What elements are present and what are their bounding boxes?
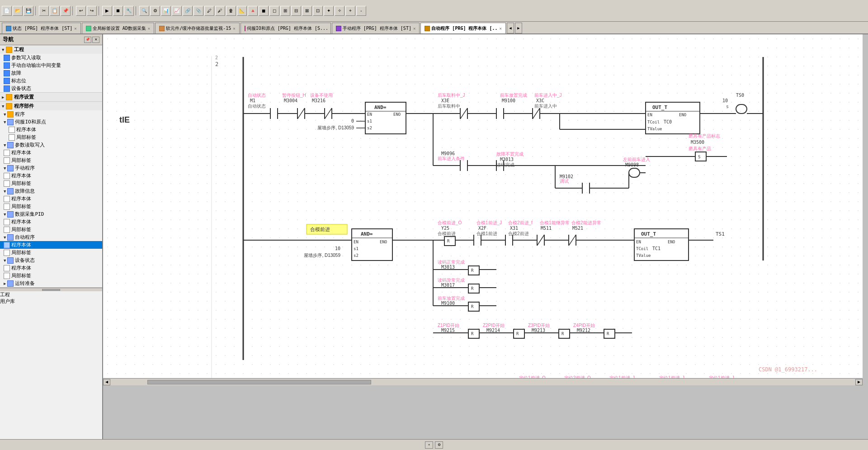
tree-item-param-local[interactable]: 局部标签 xyxy=(0,156,102,164)
toolbar-btn-3[interactable]: 🔗 xyxy=(183,6,193,16)
bottom-tab-userlib[interactable]: 用户库 xyxy=(0,298,102,305)
scroll-left-btn[interactable]: ◀ xyxy=(103,379,110,385)
tab-manual-close[interactable]: ✕ xyxy=(413,26,415,31)
toolbar-btn-paste[interactable]: 📌 xyxy=(61,6,71,16)
toolbar-btn-11[interactable]: ◻ xyxy=(269,6,279,16)
watermark: CSDN @1_6993217... xyxy=(759,366,817,373)
sidebar-add-btn[interactable]: + xyxy=(425,441,433,449)
sidebar-engineering-header[interactable]: ▼ 工程 xyxy=(0,45,102,54)
tree-item-auto-body[interactable]: 程序本体 xyxy=(0,241,102,249)
sidebar-engineering-label: 工程 xyxy=(14,46,24,53)
toolbar-btn-10[interactable]: ◼ xyxy=(259,6,269,16)
toolbar-btn-save[interactable]: 💾 xyxy=(24,6,33,16)
sidebar-program-parts-header[interactable]: ▼ 程序部件 xyxy=(0,102,102,110)
tab-servo-label: 伺服IO和原点 [PRG] 程序本体 [S... xyxy=(247,25,328,32)
tree-item-fault-body[interactable]: 程序本体 xyxy=(0,195,102,203)
tree-item-fault-local[interactable]: 局部标签 xyxy=(0,203,102,210)
toolbar-btn-1[interactable]: 📊 xyxy=(161,6,171,16)
tree-item-data-pid[interactable]: ▼ 数据采集PID xyxy=(0,210,102,218)
tree-item-flag[interactable]: 标志位 xyxy=(0,77,102,85)
toolbar-btn-settings[interactable]: ⚙ xyxy=(150,6,160,16)
toolbar-btn-debug[interactable]: 🔧 xyxy=(124,6,134,16)
tree-item-data-local[interactable]: 局部标签 xyxy=(0,226,102,233)
tree-item-dev-status[interactable]: ▼ 设备状态 xyxy=(0,256,102,264)
toolbar-btn-5[interactable]: 🖊 xyxy=(204,6,214,16)
tab-status-close[interactable]: ✕ xyxy=(74,26,76,31)
toolbar-btn-7[interactable]: 🗑 xyxy=(226,6,236,16)
tree-item-auto-manual[interactable]: 手动自动输出中间变量 xyxy=(0,62,102,69)
tree-item-fault-info[interactable]: ▼ 故障信息 xyxy=(0,187,102,195)
tree-item-programs[interactable]: ▼ 程序 xyxy=(0,110,102,118)
sidebar-gear-btn[interactable]: ⚙ xyxy=(435,441,443,449)
tab-auto-close[interactable]: ✕ xyxy=(500,26,502,31)
bottom-tab-engineering[interactable]: 工程 xyxy=(0,291,102,298)
label-y25-addr: Y25 xyxy=(441,226,449,231)
toolbar-btn-cut[interactable]: ✂ xyxy=(39,6,49,16)
toolbar-btn-copy[interactable]: 📋 xyxy=(50,6,60,16)
sidebar-close-btn[interactable]: ✕ xyxy=(92,37,99,43)
toolbar-btn-17[interactable]: ✧ xyxy=(335,6,344,16)
tab-bar: 状态 [PRG] 程序本体 [ST] ✕ 全局标签设置 AD数据采集 ✕ 软元件… xyxy=(0,22,868,34)
tab-manual[interactable]: 手动程序 [PRG] 程序本体 [ST] ✕ xyxy=(332,23,420,33)
toolbar-btn-2[interactable]: 📈 xyxy=(172,6,182,16)
icon-devst xyxy=(7,257,14,264)
toolbar-btn-18[interactable]: + xyxy=(345,6,355,16)
tab-global-close[interactable]: ✕ xyxy=(148,26,150,31)
tree-item-write-read[interactable]: 参数写入读取 xyxy=(0,54,102,62)
tree-item-devst-local[interactable]: 局部标签 xyxy=(0,272,102,279)
tab-servo-close[interactable]: ✕ xyxy=(330,26,331,31)
toolbar-btn-12[interactable]: ⊞ xyxy=(280,6,290,16)
tree-item-devst-body[interactable]: 程序本体 xyxy=(0,264,102,272)
coil-m9212-r-label: R xyxy=(607,332,609,336)
tab-global[interactable]: 全局标签设置 AD数据采集 ✕ xyxy=(82,23,154,33)
toolbar-btn-new[interactable]: 📄 xyxy=(2,6,12,16)
sidebar-program-settings-header[interactable]: ▶ 程序设置 xyxy=(0,93,102,101)
tree-item-servo-local[interactable]: 局部标签 xyxy=(0,133,102,141)
toolbar-btn-16[interactable]: ✦ xyxy=(324,6,334,16)
tab-status[interactable]: 状态 [PRG] 程序本体 [ST] ✕ xyxy=(2,23,81,33)
tab-scroll-left[interactable]: ◀ xyxy=(507,23,514,33)
ladder-area[interactable]: 2 自动状态 M1 自动状态 暂停按钮_H M3004 xyxy=(103,34,863,385)
tree-item-servo-body[interactable]: 程序本体 xyxy=(0,126,102,133)
toolbar-btn-run[interactable]: ▶ xyxy=(102,6,112,16)
toolbar-btn-undo[interactable]: ↩ xyxy=(76,6,86,16)
doc-icon-d2 xyxy=(4,227,10,233)
tree-item-data-body[interactable]: 程序本体 xyxy=(0,218,102,226)
tree-item-manual-prog[interactable]: ▼ 手动程序 xyxy=(0,164,102,172)
label-m9100-r-name: 前车放置完成 xyxy=(438,296,465,301)
scrollbar-track[interactable] xyxy=(110,380,855,384)
doc-icon-5 xyxy=(4,85,10,92)
toolbar-btn-8[interactable]: 📐 xyxy=(237,6,247,16)
tab-monitor-close[interactable]: ✕ xyxy=(233,26,235,31)
toolbar-btn-6[interactable]: 🖋 xyxy=(215,6,225,16)
tree-item-auto-local[interactable]: 局部标签 xyxy=(0,249,102,256)
tree-item-auto-prog[interactable]: ▼ 自动程序 xyxy=(0,233,102,241)
tab-scroll-right[interactable]: ▶ xyxy=(515,23,522,33)
toolbar-btn-stop[interactable]: ⏹ xyxy=(113,6,123,16)
tree-item-device-status[interactable]: 设备状态 xyxy=(0,85,102,92)
tree-item-extra[interactable]: ▶ 运转准备 xyxy=(0,279,102,287)
tree-item-manual-local[interactable]: 局部标签 xyxy=(0,180,102,187)
toolbar-btn-4[interactable]: 📎 xyxy=(193,6,203,16)
toolbar-btn-19[interactable]: - xyxy=(356,6,366,16)
toolbar-btn-15[interactable]: ⊡ xyxy=(313,6,323,16)
tab-auto[interactable]: 自动程序 [PRG] 程序本体 [.. ✕ xyxy=(420,23,506,33)
toolbar-btn-redo[interactable]: ↪ xyxy=(87,6,97,16)
tree-item-fault[interactable]: 故障 xyxy=(0,69,102,77)
toolbar-btn-find[interactable]: 🔍 xyxy=(139,6,149,16)
tree-item-param-body[interactable]: 程序本体 xyxy=(0,149,102,156)
h-scrollbar[interactable]: ◀ ▶ xyxy=(103,378,863,385)
tree-item-servo-io[interactable]: ▼ 伺服IO和原点 xyxy=(0,118,102,126)
tab-monitor[interactable]: 软元件/缓冲存储器批量监视-15 ✕ xyxy=(155,23,240,33)
timer1-rightval: 10 xyxy=(722,98,728,103)
sidebar-pin-btn[interactable]: 📌 xyxy=(84,37,91,43)
toolbar-btn-13[interactable]: ⊟ xyxy=(291,6,301,16)
scrollbar-thumb[interactable] xyxy=(147,380,371,384)
scroll-right-btn[interactable]: ▶ xyxy=(855,379,863,385)
toolbar-btn-open[interactable]: 📂 xyxy=(13,6,23,16)
tree-item-manual-body[interactable]: 程序本体 xyxy=(0,172,102,180)
tree-item-param-rw[interactable]: ▼ 参数读取写入 xyxy=(0,141,102,149)
tab-servo[interactable]: 伺服IO和原点 [PRG] 程序本体 [S... ✕ xyxy=(241,23,331,33)
toolbar-btn-9[interactable]: 🔺 xyxy=(248,6,258,16)
toolbar-btn-14[interactable]: ⊠ xyxy=(302,6,312,16)
